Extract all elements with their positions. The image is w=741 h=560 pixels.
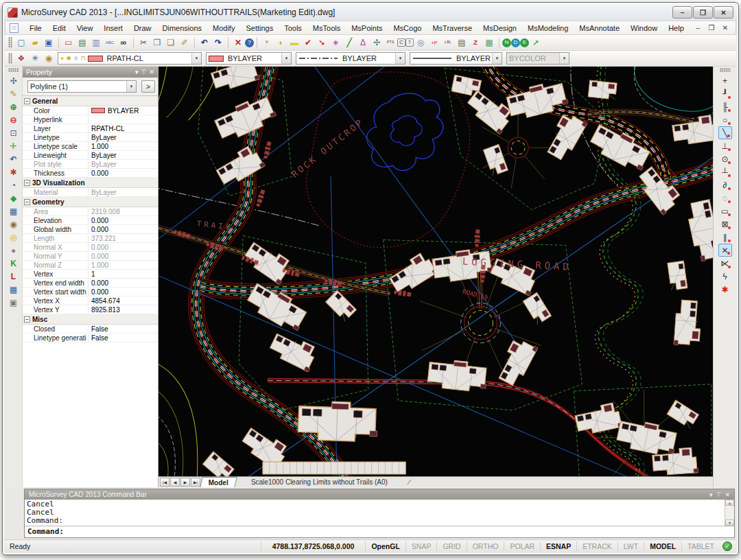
cut-button[interactable]: ✂	[137, 36, 150, 49]
snap-from-button[interactable]: +	[718, 74, 732, 87]
tab-nav-button[interactable]: ◀	[170, 478, 180, 487]
spell-check-button[interactable]: ABC	[103, 36, 117, 49]
save-button[interactable]: ▣	[42, 36, 56, 49]
status-toggle[interactable]: TABLET	[681, 541, 720, 551]
zoom-previous-button[interactable]: ↶	[6, 152, 21, 165]
collapse-icon[interactable]: −	[24, 199, 30, 205]
chevron-down-icon[interactable]: ▾	[135, 69, 139, 75]
menu-item[interactable]: MsTools	[307, 23, 346, 34]
label-left-button[interactable]: LBL	[441, 36, 455, 49]
minimize-button[interactable]: –	[672, 6, 692, 19]
mdi-close-icon[interactable]: ✕	[720, 24, 730, 32]
menu-item[interactable]: Insert	[98, 23, 128, 34]
menu-item[interactable]: Help	[663, 23, 690, 34]
menu-item[interactable]: Settings	[240, 23, 279, 34]
north-button[interactable]: N	[502, 38, 511, 47]
draw-line-button[interactable]: ➚	[529, 36, 543, 49]
section-header-3d[interactable]: −3D Visualization	[23, 178, 158, 188]
cad-drawing[interactable]: ROCK OUTCROP ROCK OUTCROP LOGGING ROAD T…	[158, 67, 713, 476]
depth-button[interactable]: D	[511, 38, 520, 47]
toolbar-grip[interactable]	[8, 53, 12, 64]
properties-toggle-button[interactable]: ▣	[6, 296, 21, 309]
image-button[interactable]: ▦	[482, 36, 496, 49]
snap-parallel-button[interactable]: ∥	[718, 231, 732, 244]
status-toggle[interactable]: LWT	[618, 541, 644, 551]
status-coordinates[interactable]: 4788.137,8725.068,0.000	[261, 541, 366, 551]
status-toggle[interactable]: ESNAP	[540, 541, 576, 551]
snap-midpoint-button[interactable]: ╟	[718, 100, 732, 113]
chevron-down-icon[interactable]: ▾	[709, 491, 713, 498]
layers-button[interactable]: ❖	[14, 52, 28, 65]
menu-item[interactable]: Modify	[207, 23, 240, 34]
tab-nav-button[interactable]: |◀	[160, 478, 169, 487]
layer-state-button[interactable]: ✳	[28, 52, 42, 65]
cad-canvas[interactable]: ROCK OUTCROP ROCK OUTCROP LOGGING ROAD T…	[158, 67, 713, 476]
layer-explorer-button[interactable]: ◉	[42, 52, 56, 65]
menu-item[interactable]: MsTraverse	[427, 23, 478, 34]
command-scrollbar[interactable]: ▲ ▼	[725, 500, 734, 526]
snap-insertion-button[interactable]: ┴	[718, 165, 732, 178]
open-folder-button[interactable]: ▰	[28, 36, 42, 49]
status-toggle[interactable]: GRID	[436, 541, 466, 551]
lineweight-combo[interactable]: BYLAYER ▼	[410, 52, 502, 65]
point-plumb-button[interactable]: ▼	[260, 36, 274, 49]
menu-item[interactable]: File	[24, 23, 47, 34]
chevron-down-icon[interactable]: ▼	[281, 53, 291, 64]
tab-model[interactable]: Model	[200, 477, 237, 487]
traverse-button[interactable]: ✣	[370, 36, 384, 49]
chevron-down-icon[interactable]: ▼	[395, 53, 405, 64]
redo-button[interactable]: ↷	[211, 36, 225, 49]
t-annotation-button[interactable]: T	[405, 38, 414, 47]
new-button[interactable]: ▢	[14, 36, 28, 49]
named-views-button[interactable]: ◉	[6, 218, 21, 231]
status-toggle[interactable]: SNAP	[405, 541, 437, 551]
status-renderer[interactable]: OpenGL	[365, 541, 405, 551]
section-header-misc[interactable]: −Misc	[23, 314, 158, 325]
snap-deferred-button[interactable]: ⋉	[718, 257, 732, 270]
select-entities-button[interactable]: >	[141, 80, 155, 93]
status-toggle[interactable]: ETRACK	[576, 541, 618, 551]
menu-item[interactable]: Tools	[279, 23, 307, 34]
chevron-down-icon[interactable]: ▼	[492, 53, 502, 64]
snap-intersection-button[interactable]: ✕	[718, 244, 732, 257]
menu-item[interactable]: MsAnnotate	[574, 23, 625, 34]
east-button[interactable]: E	[520, 38, 529, 47]
scroll-up-icon[interactable]: ▲	[725, 500, 734, 506]
undo-button[interactable]: ↶	[198, 36, 211, 49]
point-label-button[interactable]: ▬	[287, 36, 301, 49]
point-arrow-button[interactable]: ➘	[315, 36, 329, 49]
collapse-icon[interactable]: −	[24, 98, 30, 104]
zoom-window-button[interactable]: ⊡	[6, 126, 21, 139]
chevron-down-icon[interactable]: ▼	[191, 53, 201, 64]
close-button[interactable]: ✕	[714, 6, 733, 19]
entity-selector-combo[interactable]: Polyline (1) ▼	[27, 80, 137, 93]
snap-tangent-button[interactable]: ∂	[718, 178, 732, 191]
snap-center-button[interactable]: ○	[718, 113, 732, 126]
command-input[interactable]: Command:	[25, 526, 734, 537]
section-header-general[interactable]: −General	[23, 96, 158, 106]
pan-button[interactable]: ✛	[6, 139, 21, 152]
pin-icon[interactable]: ⊤	[141, 69, 147, 75]
print-button[interactable]: ▤	[75, 36, 89, 49]
tab-nav-button[interactable]: ▶	[180, 478, 190, 487]
shade-button[interactable]: ●	[6, 244, 21, 257]
point-id-button[interactable]: ∗	[329, 36, 342, 49]
copy-button[interactable]: ❐	[150, 36, 164, 49]
linetype-combo[interactable]: BYLAYER ▼	[296, 52, 405, 65]
regen-button[interactable]: ✎	[6, 87, 21, 100]
menu-item[interactable]: Edit	[47, 23, 71, 34]
status-toggle[interactable]: POLAR	[504, 541, 540, 551]
menu-item[interactable]: Window	[625, 23, 663, 34]
pin-icon[interactable]: ⊤	[716, 491, 722, 498]
zoom-in-button[interactable]: ⊕	[6, 100, 21, 113]
mdi-restore-icon[interactable]: ❐	[707, 24, 716, 32]
mdi-minimize-icon[interactable]: –	[693, 24, 703, 32]
scale-z-button[interactable]: Z	[469, 36, 482, 49]
property-panel-header[interactable]: Property ▾ ⊤ ✕	[23, 67, 158, 78]
snap-perpendicular-button[interactable]: ⊥	[718, 139, 732, 152]
status-check-icon[interactable]: ✓	[722, 541, 732, 551]
pts-button[interactable]: PTS	[384, 36, 397, 49]
point-check-button[interactable]: ✔	[301, 36, 315, 49]
layer-combo[interactable]: ●✱❄⊓ RPATH-CL ▼	[58, 52, 202, 65]
plot-button[interactable]: ▭	[62, 36, 75, 49]
